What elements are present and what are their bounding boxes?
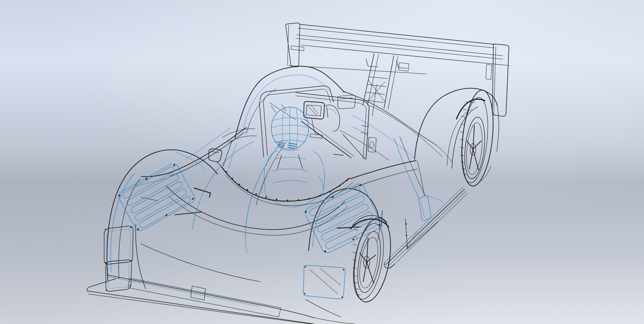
- viewport-canvas: [0, 0, 644, 324]
- cad-viewport[interactable]: [0, 0, 644, 324]
